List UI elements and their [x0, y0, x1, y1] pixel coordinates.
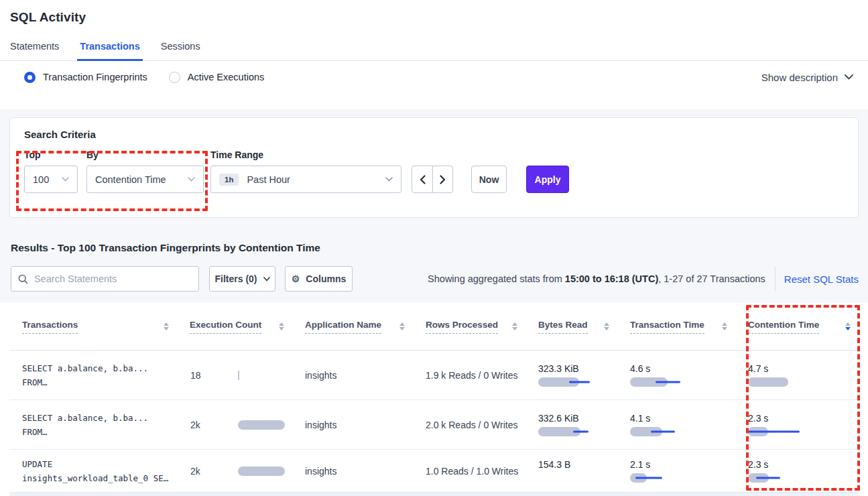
search-icon	[18, 274, 28, 284]
tab-statements[interactable]: Statements	[10, 41, 59, 60]
filters-button[interactable]: Filters (0)	[209, 266, 275, 292]
tab-bar: Statements Transactions Sessions	[0, 41, 868, 61]
application-name-cell: insights	[292, 450, 413, 492]
column-header-execution-count[interactable]: Execution Count	[177, 303, 292, 350]
table-row: SELECT a.balance, b.ba... FROM… 18 insig…	[9, 351, 859, 400]
column-header-transactions[interactable]: Transactions	[9, 303, 177, 350]
application-name-cell: insights	[292, 351, 413, 399]
sort-icon[interactable]	[273, 322, 284, 330]
table-row: UPDATE insights_workload_table_0 SE… 2k …	[9, 450, 859, 493]
table-row: SELECT a.balance, b.ba... FROM… 2k insig…	[9, 400, 859, 450]
rows-processed-cell: 2.0 k Reads / 0 Writes	[413, 400, 525, 449]
sort-icon[interactable]	[158, 322, 169, 330]
column-header-application-name[interactable]: Application Name	[292, 303, 413, 350]
page-title: SQL Activity	[0, 0, 868, 25]
time-range-select[interactable]: 1h Past Hour	[210, 166, 401, 193]
contention-time-bar	[748, 377, 788, 387]
contention-time-cell: 2.3 s	[735, 400, 859, 449]
transaction-time-mean-line	[635, 477, 662, 479]
top-header: SQL Activity Statements Transactions Ses…	[0, 0, 868, 109]
time-step-group	[412, 166, 453, 193]
previous-time-button[interactable]	[412, 166, 432, 192]
top-field: Top 100	[24, 149, 78, 193]
next-row-edge	[9, 493, 859, 496]
search-criteria-title: Search Criteria	[24, 129, 858, 140]
column-header-transaction-time[interactable]: Transaction Time	[617, 303, 735, 350]
chevron-down-icon	[845, 74, 853, 80]
radio-transaction-fingerprints[interactable]: Transaction Fingerprints	[24, 72, 147, 83]
transaction-fingerprint-link[interactable]: SELECT a.balance, b.ba... FROM…	[9, 400, 177, 449]
bytes-read-cell: 154.3 B	[525, 450, 617, 492]
rows-processed-cell: 1.0 Reads / 1.0 Writes	[413, 450, 525, 492]
execution-count-bar	[238, 420, 285, 430]
contention-time-cell: 2.3 s	[735, 450, 859, 492]
sort-icon[interactable]	[394, 322, 405, 330]
time-range-field: Time Range 1h Past Hour	[210, 149, 401, 193]
gear-icon: ⚙	[292, 273, 300, 284]
time-range-badge: 1h	[219, 174, 239, 186]
bytes-read-mean-line	[569, 381, 590, 383]
search-statements-input[interactable]	[34, 273, 192, 284]
transaction-time-cell: 4.1 s	[617, 400, 735, 449]
bytes-read-cell: 323.3 KiB	[525, 351, 617, 399]
divider	[775, 267, 776, 291]
results-heading: Results - Top 100 Transaction Fingerprin…	[11, 242, 868, 254]
radio-active-executions[interactable]: Active Executions	[169, 72, 264, 83]
column-header-rows-processed[interactable]: Rows Processed	[413, 303, 525, 350]
search-criteria-card: Search Criteria Top 100 By Contention Ti…	[9, 117, 859, 218]
application-name-cell: insights	[292, 400, 413, 449]
transaction-fingerprint-link[interactable]: SELECT a.balance, b.ba... FROM…	[9, 351, 177, 399]
by-field: By Contention Time	[86, 149, 204, 193]
radio-unselected-icon[interactable]	[169, 72, 180, 83]
contention-time-mean-line	[756, 477, 780, 479]
execution-count-cell: 2k	[177, 400, 292, 449]
transaction-time-cell: 2.1 s	[617, 450, 735, 492]
column-header-bytes-read[interactable]: Bytes Read	[525, 303, 617, 350]
transaction-time-cell: 4.6 s	[617, 351, 735, 399]
by-select[interactable]: Contention Time	[86, 166, 204, 193]
view-toggle-row: Transaction Fingerprints Active Executio…	[0, 61, 868, 93]
sort-icon[interactable]	[599, 322, 609, 330]
execution-count-bar	[238, 467, 285, 476]
chevron-down-icon	[188, 177, 195, 182]
transactions-table: Transactions Execution Count Application…	[0, 303, 868, 496]
transaction-time-mean-line	[651, 431, 675, 433]
sort-icon[interactable]	[507, 322, 517, 330]
execution-count-cell: 18	[177, 351, 292, 399]
sort-desc-icon[interactable]	[840, 322, 851, 330]
bytes-read-cell: 332.6 KiB	[525, 400, 617, 449]
columns-button[interactable]: ⚙ Columns	[285, 266, 353, 292]
transaction-fingerprint-link[interactable]: UPDATE insights_workload_table_0 SE…	[9, 450, 177, 492]
chevron-down-icon	[385, 177, 393, 182]
contention-time-mean-line	[748, 431, 800, 433]
reset-sql-stats-link[interactable]: Reset SQL Stats	[784, 273, 859, 285]
results-toolbar: Filters (0) ⚙ Columns Showing aggregated…	[11, 266, 859, 292]
sort-icon[interactable]	[717, 322, 727, 330]
tab-transactions[interactable]: Transactions	[80, 41, 139, 60]
table-header-row: Transactions Execution Count Application…	[9, 303, 859, 351]
radio-selected-icon[interactable]	[24, 72, 36, 83]
chevron-down-icon	[263, 277, 270, 282]
top-select[interactable]: 100	[24, 166, 78, 193]
search-statements-box[interactable]	[11, 266, 199, 292]
show-description-toggle[interactable]: Show description	[761, 72, 853, 83]
tab-sessions[interactable]: Sessions	[161, 41, 200, 60]
next-time-button[interactable]	[432, 166, 452, 192]
contention-time-cell: 4.7 s	[735, 351, 859, 399]
column-header-contention-time[interactable]: Contention Time	[735, 303, 859, 350]
aggregated-stats-text: Showing aggregated stats from 15:00 to 1…	[428, 273, 765, 284]
apply-button[interactable]: Apply	[526, 166, 569, 193]
transaction-time-mean-line	[656, 381, 680, 383]
bytes-read-mean-line	[573, 431, 588, 433]
chevron-down-icon	[62, 177, 69, 182]
execution-count-bar	[238, 371, 239, 380]
execution-count-cell: 2k	[177, 450, 292, 492]
rows-processed-cell: 1.9 k Reads / 0 Writes	[413, 351, 525, 399]
now-button[interactable]: Now	[471, 166, 507, 193]
